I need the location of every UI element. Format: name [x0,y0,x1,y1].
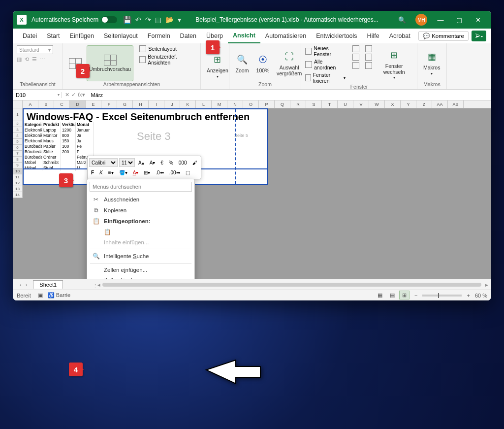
row-headers[interactable]: 1 2345 6789 1011121314 [13,108,23,198]
page-layout-view-icon: ▤ [387,291,398,299]
formula-input[interactable]: März [88,92,491,98]
cancel-icon[interactable]: ✕ [65,92,69,98]
reset-pos-icon [365,62,372,69]
menu-smart-lookup[interactable]: 🔍Intelligente Suche [87,251,194,262]
accessibility-button[interactable]: ♿ Barrie [48,292,70,298]
column-headers[interactable]: ABCD EFGHIJ KLMNOP QRSTUV WXYZAAAB [13,100,491,108]
zoom-100-button[interactable]: ⦿100% [254,45,272,81]
tab-start[interactable]: Start [42,29,64,43]
tab-entwicklertools[interactable]: Entwicklertools [311,29,362,43]
split-button[interactable] [352,45,359,52]
tab-hilfe[interactable]: Hilfe [362,29,384,43]
enter-icon[interactable]: ✓ [71,92,76,98]
comma-icon[interactable]: 000 [177,159,189,166]
page-break-preview-button[interactable]: Umbruchvorschau [87,45,133,81]
context-menu: ✂Ausschneiden ⧉Kopieren 📋Einfügeoptionen… [87,179,195,285]
tab-acrobat[interactable]: Acrobat [384,29,415,43]
keep-icon[interactable]: ▥ [17,56,22,63]
vertical-page-break[interactable] [235,109,236,184]
increase-font-icon[interactable]: A▴ [136,159,146,166]
hide-button[interactable] [352,54,359,61]
open-icon[interactable]: 📂 [165,16,174,24]
tab-datei[interactable]: Datei [18,29,42,43]
tab-ansicht[interactable]: Ansicht [228,29,260,43]
currency-icon[interactable]: € [158,159,165,166]
menu-cut[interactable]: ✂Ausschneiden [87,194,194,205]
zoom-sel-icon: ⛶ [283,50,296,64]
percent-icon[interactable]: % [167,159,175,166]
comments-button[interactable]: 💬Kommentare [418,31,469,41]
options-icon[interactable]: ⋯ [40,56,45,63]
decrease-font-icon[interactable]: A▾ [148,159,158,166]
menu-search-input[interactable] [90,182,192,192]
worksheet-grid[interactable]: 1 2345 6789 1011121314 Windows-FAQ - Exc… [13,108,491,285]
horizontal-scrollbar[interactable]: ⋮ ◂ ▸ [93,282,481,287]
fill-color-icon[interactable]: 🪣▾ [117,169,129,176]
redo-icon[interactable]: ↷ [145,16,151,24]
user-avatar[interactable]: MH [415,14,427,26]
search-icon[interactable]: 🔍 [393,11,411,29]
zoom-slider[interactable] [422,295,462,297]
minimize-icon[interactable]: — [431,11,450,29]
name-box[interactable]: D10▾ [13,92,62,98]
zoom-level[interactable]: 60 % [475,293,487,298]
view-buttons[interactable]: ▦ ▤ ⊞ [375,292,410,298]
fx-icon[interactable]: fx▾ [78,92,85,98]
rec-icon[interactable]: ▣ [38,292,43,298]
menu-copy[interactable]: ⧉Kopieren [87,205,194,216]
tab-einfuegen[interactable]: Einfügen [65,29,99,43]
bold-icon[interactable]: F [89,169,96,176]
format-painter-icon[interactable]: 🖌 [190,159,199,166]
document-title: Beispiel_Teilergebnisse (version 1).xlsb… [181,16,393,23]
toggle-icon[interactable] [101,16,117,23]
macros-button[interactable]: ▦Makros▾ [421,45,442,81]
align-icon[interactable]: ≡▾ [106,169,116,176]
menu-paste-btn: 📋 [87,227,194,237]
tab-seitenlayout[interactable]: Seitenlayout [99,29,143,43]
sheet-tab-bar: ‹ › Sheet1 ⋮ ◂ ▸ [13,279,491,290]
macros-icon: ▦ [425,50,439,64]
page-layout-button[interactable]: Seitenlayout [139,45,196,52]
page-break-view-icon: ⊞ [399,291,410,299]
merge-icon[interactable]: ⬚ [184,169,192,176]
share-button[interactable]: ⮚▾ [472,31,486,41]
standard-dropdown[interactable]: Standard▾ [17,45,53,54]
zoom-button[interactable]: 🔍Zoom [233,45,251,81]
tab-automatisieren[interactable]: Automatisieren [260,29,311,43]
font-color-icon[interactable]: A▾ [131,169,141,176]
qat-more-icon[interactable]: ▾ [178,16,181,24]
search-icon: 🔍 [92,253,100,260]
save-icon[interactable]: 💾 [123,16,131,24]
italic-icon[interactable]: K [97,169,105,176]
undo-icon[interactable]: ↶ [135,16,141,24]
menu-insert-cells[interactable]: Zellen einfügen... [87,265,194,275]
tab-daten[interactable]: Daten [175,29,201,43]
autosave-toggle[interactable]: Automatisches Speichern [32,16,117,23]
custom-views-button[interactable]: Benutzerdef. Ansichten [139,54,196,66]
sheet-tab[interactable]: Sheet1 [33,280,63,289]
menu-paste-options: 📋Einfügeoptionen: [87,216,194,227]
tab-next[interactable]: › [24,282,30,288]
increase-decimal-icon[interactable]: .00➡ [167,169,182,176]
tab-formeln[interactable]: Formeln [143,29,175,43]
freeze-panes-button[interactable]: Fenster fixieren ▾ [305,72,346,84]
arrange-all-button[interactable]: Alle anordnen [305,59,346,70]
font-size-dropdown[interactable]: 11 [119,158,135,167]
unhide-button[interactable] [352,62,359,69]
switch-windows-button[interactable]: ⊞Fenster wechseln▾ [375,45,413,84]
new-icon[interactable]: ☰ [32,56,37,63]
zoom-in-button[interactable]: + [467,293,470,298]
new-window-button[interactable]: Neues Fenster [305,45,346,57]
tab-prev[interactable]: ‹ [18,282,24,288]
decrease-decimal-icon[interactable]: .0⬅ [154,169,165,176]
zoom-selection-button[interactable]: ⛶Auswahl vergrößern [275,45,304,81]
maximize-icon[interactable]: ▢ [450,11,469,29]
borders-icon[interactable]: ⊞▾ [142,169,152,176]
cut-icon: ✂ [92,196,100,203]
font-family-dropdown[interactable]: Calibri [89,158,118,167]
pointer-arrow-annotation [204,353,258,397]
zoom-out-button[interactable]: − [414,293,417,298]
close-icon[interactable]: ✕ [469,11,487,29]
exit-icon[interactable]: ⟲ [25,56,29,63]
print-icon[interactable]: ▤ [155,16,161,24]
